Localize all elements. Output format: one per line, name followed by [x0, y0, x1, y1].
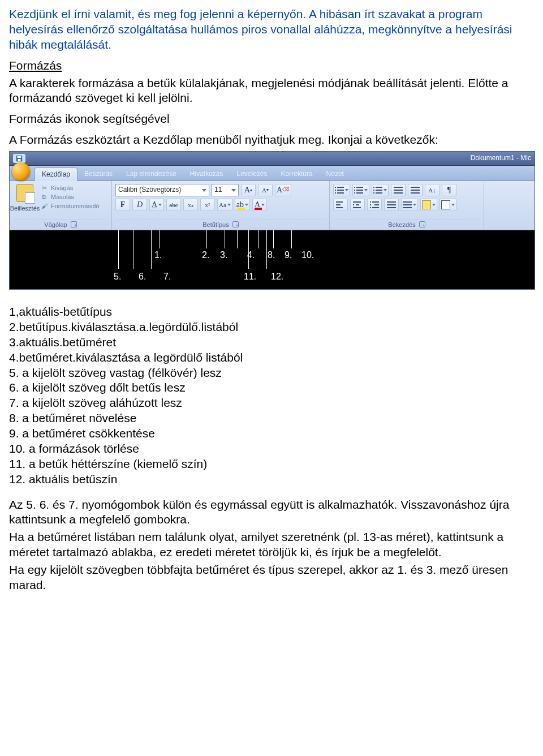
numbering-button[interactable]	[352, 184, 369, 196]
annot-4: 4.	[247, 250, 255, 261]
multilevel-icon	[373, 187, 382, 194]
font-size-combo[interactable]: 11	[212, 184, 239, 196]
copy-icon: ⧉	[40, 193, 48, 201]
tab-beszuras[interactable]: Beszúrás	[77, 167, 119, 181]
group-paragraph: A↓ ¶ Bekezdés	[330, 181, 484, 230]
svg-rect-2	[18, 159, 20, 161]
superscript-button[interactable]: x²	[200, 199, 215, 211]
dialog-launcher-icon[interactable]	[419, 221, 425, 227]
word-ribbon: Dokumentum1 - Mic Kezdőlap Beszúrás Lap …	[9, 151, 535, 290]
decrease-indent-button[interactable]	[391, 184, 406, 196]
scissors-icon: ✂	[40, 184, 48, 192]
paste-label: Beillesztés	[10, 204, 40, 212]
brush-icon: 🖌	[40, 202, 48, 210]
indent-icon	[411, 187, 420, 194]
line-spacing-button[interactable]	[401, 199, 418, 211]
tab-hivatkozas[interactable]: Hivatkozás	[183, 167, 230, 181]
heading-formazas: Formázás	[9, 58, 534, 74]
bullets-button[interactable]	[333, 184, 350, 196]
clear-format-button[interactable]: A⌫	[275, 184, 291, 196]
annot-11: 11.	[244, 271, 256, 282]
format-painter-button[interactable]: 🖌 Formátummásoló	[40, 202, 100, 210]
explanation-list: 1,aktuális-betűtípus 2.betűtípus.kiválas…	[9, 304, 534, 487]
align-right-icon	[370, 201, 379, 208]
shading-button[interactable]	[420, 199, 437, 211]
svg-rect-1	[18, 156, 21, 158]
closing-p3: Ha egy kijelölt szövegben többfajta betű…	[9, 562, 534, 593]
annot-12: 12.	[271, 271, 283, 282]
tab-nezet[interactable]: Nézet	[320, 167, 351, 181]
borders-icon	[441, 200, 450, 209]
tab-korrektura[interactable]: Korrektúra	[274, 167, 320, 181]
increase-indent-button[interactable]	[408, 184, 423, 196]
align-center-button[interactable]	[350, 199, 365, 211]
para-ikon: Formázás ikonok segítségével	[9, 111, 534, 127]
annot-3: 3.	[220, 250, 227, 261]
group-font: Calibri (Szövegtörzs) 11 A▴ A▾ A⌫ F D A …	[112, 181, 330, 230]
para-eszkoztar: A Formázás eszköztárt a Kezdőlap menüből…	[9, 132, 534, 148]
list-item: 5. a kijelölt szöveg vastag (félkövér) l…	[9, 366, 534, 381]
group-label-clipboard: Vágólap	[44, 221, 67, 229]
annot-8: 8.	[268, 250, 275, 261]
change-case-button[interactable]: Aa	[217, 199, 232, 211]
tab-lap-elrendezese[interactable]: Lap elrendezése	[119, 167, 183, 181]
annot-9: 9.	[285, 250, 292, 261]
para-formazas: A karakterek formázása a betűk külalakjá…	[9, 76, 534, 106]
dialog-launcher-icon[interactable]	[71, 221, 77, 227]
list-item: 8. a betűméret növelése	[9, 411, 534, 426]
bullets-icon	[335, 187, 344, 194]
copy-button[interactable]: ⧉ Másolás	[40, 193, 100, 201]
list-item: 11. a betűk héttérszíne (kiemelő szín)	[9, 457, 534, 472]
group-clipboard: Beillesztés ✂ Kivágás ⧉ Másolás 🖌 Formát…	[10, 181, 112, 230]
align-center-icon	[353, 201, 362, 208]
closing-p1: Az 5. 6. és 7. nyomógombok külön és egym…	[9, 497, 534, 528]
show-marks-button[interactable]: ¶	[442, 184, 456, 196]
list-item: 9. a betűméret csökkentése	[9, 426, 534, 441]
font-name-combo[interactable]: Calibri (Szövegtörzs)	[115, 184, 209, 196]
align-right-button[interactable]	[367, 199, 382, 211]
bold-button[interactable]: F	[115, 199, 130, 211]
tab-levelezes[interactable]: Levelezés	[230, 167, 274, 181]
list-item: 10. a formázások törlése	[9, 441, 534, 457]
qat-save-icon[interactable]	[13, 154, 25, 163]
annot-2: 2.	[202, 250, 209, 261]
office-orb-icon[interactable]	[12, 162, 30, 181]
strike-button[interactable]: abc	[166, 199, 181, 211]
grow-font-button[interactable]: A▴	[241, 184, 256, 196]
list-item: 1,aktuális-betűtípus	[9, 304, 534, 320]
subscript-button[interactable]: x₂	[183, 199, 198, 211]
group-label-font: Betűtípus	[202, 221, 229, 229]
outdent-icon	[394, 187, 403, 194]
ribbon-tabs: Kezdőlap Beszúrás Lap elrendezése Hivatk…	[10, 166, 535, 181]
group-styles	[484, 181, 535, 230]
annot-6: 6.	[139, 271, 146, 282]
borders-button[interactable]	[439, 199, 456, 211]
dialog-launcher-icon[interactable]	[232, 221, 239, 227]
multilevel-button[interactable]	[372, 184, 389, 196]
chevron-down-icon	[231, 189, 236, 192]
window-title: Dokumentum1 - Mic	[471, 154, 531, 162]
list-item: 2.betűtípus.kiválasztása.a.legördülő.lis…	[9, 320, 534, 335]
font-color-button[interactable]: A	[252, 199, 267, 211]
group-label-paragraph: Bekezdés	[388, 221, 415, 229]
ribbon-body: Beillesztés ✂ Kivágás ⧉ Másolás 🖌 Formát…	[10, 181, 535, 230]
spacing-icon	[403, 201, 412, 208]
underline-button[interactable]: A	[149, 199, 164, 211]
shrink-font-button[interactable]: A▾	[258, 184, 273, 196]
highlight-button[interactable]: ab	[235, 199, 250, 211]
justify-button[interactable]	[384, 199, 399, 211]
list-item: 7. a kijelölt szöveg aláhúzott lesz	[9, 396, 534, 411]
closing-p2: Ha a betűméret listában nem találunk oly…	[9, 530, 534, 560]
annotation-band: 1. 2. 3. 4. 8. 9. 10. 5. 6. 7. 11. 12.	[10, 230, 535, 289]
sort-button[interactable]: A↓	[425, 184, 439, 196]
intro-paragraph: Kezdjünk el írni valamit, és meg fog jel…	[9, 7, 534, 53]
numbering-icon	[354, 187, 363, 194]
cut-button[interactable]: ✂ Kivágás	[40, 184, 100, 192]
paste-button[interactable]: Beillesztés	[13, 183, 37, 219]
annot-7: 7.	[163, 271, 171, 282]
align-left-button[interactable]	[333, 199, 348, 211]
italic-button[interactable]: D	[132, 199, 147, 211]
shading-icon	[422, 200, 431, 209]
tab-kezdolap[interactable]: Kezdőlap	[35, 167, 77, 181]
paste-icon	[16, 184, 33, 202]
